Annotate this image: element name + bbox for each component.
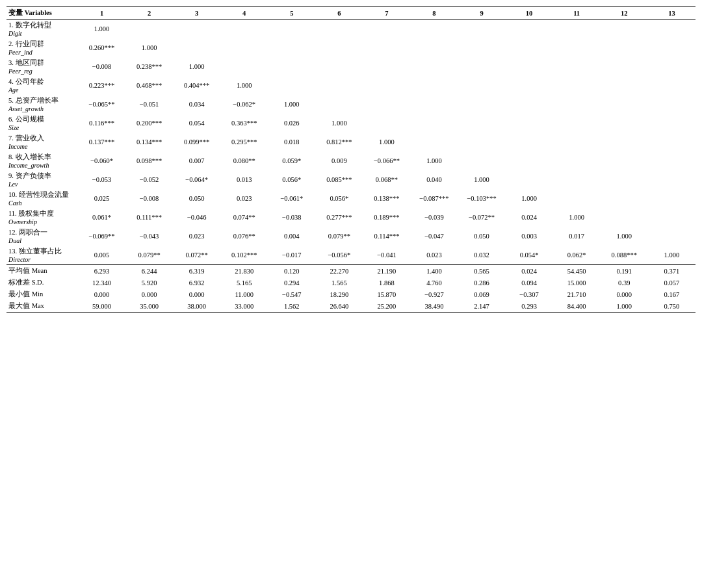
var-name-chinese: 13. 独立董事占比 <box>8 247 76 256</box>
variable-column-header: 变量 Variables <box>6 7 78 19</box>
cell-r5-c2: −0.051 <box>125 95 173 114</box>
cell-r13-c3: 0.072** <box>173 246 220 265</box>
variable-label-6: 6. 公司规模Size <box>6 114 78 133</box>
table-row: 10. 经营性现金流量Cash0.025−0.0080.0500.023−0.0… <box>6 189 696 208</box>
cell-r7-c5: 0.018 <box>268 133 315 151</box>
stats-row: 标准差 S.D.12.3405.9206.9325.1650.2941.5651… <box>6 277 696 288</box>
stats-cell-r3-c13: 0.750 <box>648 300 696 313</box>
cell-r10-c5: −0.061* <box>268 189 315 208</box>
var-name-chinese: 4. 公司年龄 <box>8 77 76 86</box>
cell-r8-c5: 0.059* <box>268 151 315 170</box>
cell-r12-c5: 0.004 <box>268 227 315 246</box>
stats-cell-r0-c5: 0.120 <box>268 265 315 277</box>
cell-r8-c12 <box>601 151 648 170</box>
cell-r13-c12: 0.088*** <box>601 246 648 265</box>
table-row: 11. 股权集中度Ownership0.061*0.111***−0.0460.… <box>6 208 696 227</box>
cell-r7-c6: 0.812*** <box>315 133 363 151</box>
cell-r13-c10: 0.054* <box>506 246 553 265</box>
cell-r4-c11 <box>553 76 601 95</box>
col-header-9: 9 <box>458 7 506 19</box>
stats-label-2: 最小值 Min <box>6 288 78 300</box>
stats-label-0: 平均值 Mean <box>6 265 78 277</box>
var-name-chinese: 10. 经营性现金流量 <box>8 190 76 199</box>
variable-label-12: 12. 两职合一Dual <box>6 227 78 246</box>
stats-cell-r2-c1: 0.000 <box>78 288 125 300</box>
table-row: 9. 资产负债率Lev−0.053−0.052−0.064*0.0130.056… <box>6 170 696 189</box>
cell-r2-c13 <box>648 38 696 57</box>
cell-r9-c13 <box>648 170 696 189</box>
cell-r2-c6 <box>315 38 363 57</box>
cell-r6-c12 <box>601 114 648 133</box>
cell-r8-c6: 0.009 <box>315 151 363 170</box>
stats-label-1: 标准差 S.D. <box>6 277 78 288</box>
stats-cell-r3-c3: 38.000 <box>173 300 220 313</box>
cell-r7-c11 <box>553 133 601 151</box>
col-header-10: 10 <box>506 7 553 19</box>
cell-r4-c6 <box>315 76 363 95</box>
cell-r13-c9: 0.032 <box>458 246 506 265</box>
stats-row: 最小值 Min0.0000.0000.00011.000−0.54718.290… <box>6 288 696 300</box>
stats-cell-r3-c4: 33.000 <box>220 300 268 313</box>
stats-cell-r3-c5: 1.562 <box>268 300 315 313</box>
stats-cell-r1-c13: 0.057 <box>648 277 696 288</box>
stats-cell-r3-c12: 1.000 <box>601 300 648 313</box>
stats-cell-r1-c9: 0.286 <box>458 277 506 288</box>
cell-r12-c1: −0.069** <box>78 227 125 246</box>
cell-r11-c9: −0.072** <box>458 208 506 227</box>
cell-r6-c5: 0.026 <box>268 114 315 133</box>
cell-r1-c7 <box>363 19 410 39</box>
variable-label-7: 7. 营业收入Income <box>6 133 78 151</box>
stats-cell-r3-c9: 2.147 <box>458 300 506 313</box>
cell-r5-c1: −0.065** <box>78 95 125 114</box>
col-header-4: 4 <box>220 7 268 19</box>
cell-r6-c6: 1.000 <box>315 114 363 133</box>
variable-label-11: 11. 股权集中度Ownership <box>6 208 78 227</box>
stats-cell-r2-c6: 18.290 <box>315 288 363 300</box>
stats-cell-r3-c10: 0.293 <box>506 300 553 313</box>
cell-r7-c13 <box>648 133 696 151</box>
stats-cell-r3-c2: 35.000 <box>125 300 173 313</box>
cell-r9-c4: 0.013 <box>220 170 268 189</box>
var-name-english: Size <box>8 124 76 131</box>
stats-cell-r2-c12: 0.000 <box>601 288 648 300</box>
cell-r12-c6: 0.079** <box>315 227 363 246</box>
table-row: 7. 营业收入Income0.137***0.134***0.099***0.2… <box>6 133 696 151</box>
table-row: 1. 数字化转型Digit1.000 <box>6 19 696 39</box>
cell-r7-c4: 0.295*** <box>220 133 268 151</box>
stats-row: 平均值 Mean6.2936.2446.31921.8300.12022.270… <box>6 265 696 277</box>
stats-cell-r0-c11: 54.450 <box>553 265 601 277</box>
variable-label-8: 8. 收入增长率Income_growth <box>6 151 78 170</box>
cell-r5-c4: −0.062* <box>220 95 268 114</box>
cell-r4-c9 <box>458 76 506 95</box>
col-header-3: 3 <box>173 7 220 19</box>
var-name-english: Peer_reg <box>8 68 76 75</box>
cell-r13-c6: −0.056* <box>315 246 363 265</box>
stats-cell-r1-c1: 12.340 <box>78 277 125 288</box>
cell-r12-c13 <box>648 227 696 246</box>
cell-r11-c3: −0.046 <box>173 208 220 227</box>
stats-label-3: 最大值 Max <box>6 300 78 313</box>
variable-label-1: 1. 数字化转型Digit <box>6 19 78 39</box>
cell-r5-c12 <box>601 95 648 114</box>
stats-cell-r0-c7: 21.190 <box>363 265 410 277</box>
cell-r1-c9 <box>458 19 506 39</box>
stats-cell-r0-c8: 1.400 <box>410 265 458 277</box>
cell-r5-c13 <box>648 95 696 114</box>
cell-r12-c12: 1.000 <box>601 227 648 246</box>
stats-cell-r2-c9: 0.069 <box>458 288 506 300</box>
stats-cell-r0-c6: 22.270 <box>315 265 363 277</box>
cell-r5-c11 <box>553 95 601 114</box>
var-name-english: Income <box>8 143 76 150</box>
cell-r13-c1: 0.005 <box>78 246 125 265</box>
cell-r5-c10 <box>506 95 553 114</box>
stats-cell-r1-c8: 4.760 <box>410 277 458 288</box>
cell-r8-c2: 0.098*** <box>125 151 173 170</box>
cell-r11-c4: 0.074** <box>220 208 268 227</box>
var-name-english: Asset_growth <box>8 105 76 112</box>
cell-r10-c1: 0.025 <box>78 189 125 208</box>
stats-cell-r0-c2: 6.244 <box>125 265 173 277</box>
table-row: 4. 公司年龄Age0.223***0.468***0.404***1.000 <box>6 76 696 95</box>
var-name-chinese: 5. 总资产增长率 <box>8 96 76 105</box>
cell-r4-c13 <box>648 76 696 95</box>
col-header-6: 6 <box>315 7 363 19</box>
